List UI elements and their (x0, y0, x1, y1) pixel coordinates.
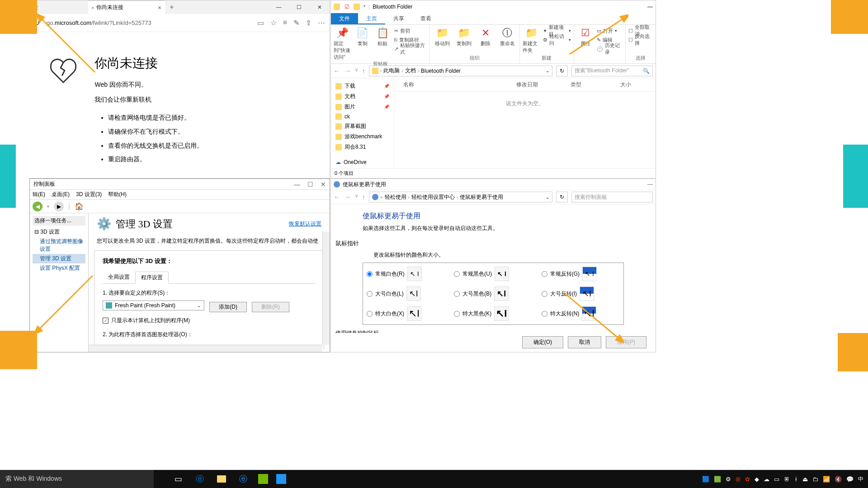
ribbon-tab-share[interactable]: 共享 (385, 13, 412, 24)
minimize-button[interactable]: — (647, 181, 653, 188)
radio-input[interactable] (454, 271, 460, 277)
subtab-program[interactable]: 程序设置 (135, 272, 169, 284)
tree-item[interactable]: ⊟ 3D 设置 (33, 227, 85, 237)
hub-icon[interactable]: ≡ (283, 19, 287, 27)
maximize-button[interactable]: ☐ (289, 0, 309, 14)
rename-button[interactable]: Ⓘ重命名 (498, 27, 517, 47)
maximize-button[interactable]: ☐ (307, 181, 313, 188)
breadcrumb-item[interactable]: 此电脑 (383, 67, 400, 75)
ribbon-tab-file[interactable]: 文件 (331, 13, 358, 24)
subtab-global[interactable]: 全局设置 (103, 272, 135, 283)
tray-icon[interactable]: ⚙ (726, 476, 731, 483)
path-dropdown-icon[interactable]: ⌄ (546, 68, 549, 73)
search-box[interactable]: 搜索控制面板 (571, 192, 653, 202)
tray-icon[interactable]: ◆ (755, 476, 759, 483)
radio-input[interactable] (454, 311, 460, 317)
properties-qat-icon[interactable]: ☑ (344, 4, 350, 10)
share-icon[interactable]: ⇪ (306, 19, 311, 27)
add-button[interactable]: 添加(D) (209, 302, 247, 312)
taskbar-search[interactable]: 索 Web 和 Windows (0, 470, 154, 488)
new-folder-qat-icon[interactable] (354, 4, 360, 10)
paste-button[interactable]: 📋粘贴 (374, 27, 392, 47)
recent-dropdown[interactable]: v (355, 193, 358, 201)
pointer-option[interactable]: 常规反转(G)↖ I (542, 267, 620, 281)
radio-input[interactable] (367, 271, 373, 277)
qat-dropdown-icon[interactable]: ▾ (363, 4, 366, 10)
column-header[interactable]: 类型 (571, 81, 620, 89)
volume-icon[interactable]: 🔇 (835, 476, 842, 483)
tree-item[interactable]: ☁OneDrive (333, 158, 392, 167)
checkbox-row[interactable]: ✓ 只显示本计算机上找到的程序(M) (103, 317, 316, 324)
radio-input[interactable] (542, 271, 547, 277)
newfolder-button[interactable]: 📁新建文件夹 (523, 27, 540, 54)
tree-item[interactable]: 下载📌 (333, 81, 392, 91)
scrollbar-horizontal[interactable] (89, 345, 322, 352)
column-header[interactable]: 大小 (620, 81, 631, 89)
pointer-option[interactable]: 大号白色(L)↖I (367, 286, 445, 301)
explorer-taskbar-icon[interactable] (211, 470, 232, 488)
menu-desktop[interactable]: 桌面(E) (52, 191, 70, 198)
new-tab-button[interactable]: + (165, 3, 179, 11)
tree-item[interactable]: 游戏benchmark (333, 131, 392, 142)
close-button[interactable]: ✕ (321, 181, 326, 188)
radio-input[interactable] (367, 291, 373, 297)
breadcrumb[interactable]: « 轻松使用› 轻松使用设置中心› 使鼠标更易于使用 ⌄ (369, 192, 552, 202)
webnote-icon[interactable]: ✎ (293, 19, 299, 27)
tray-icon[interactable]: ☁ (764, 476, 769, 483)
cut-button[interactable]: ✂剪切 (394, 27, 427, 35)
back-button[interactable]: ← (334, 193, 340, 201)
tray-icon[interactable]: ▭ (774, 476, 779, 483)
column-header[interactable]: 名称 (403, 81, 516, 89)
path-dropdown-icon[interactable]: ⌄ (546, 195, 549, 200)
app-taskbar-icon[interactable] (276, 474, 286, 484)
radio-input[interactable] (542, 311, 547, 317)
menu-help[interactable]: 帮助(H) (108, 191, 127, 198)
minimize-button[interactable]: — (294, 181, 300, 188)
tree-item[interactable]: 通过预览调整图像设置 (33, 237, 85, 254)
pointer-option[interactable]: 特大白色(X)↖I (367, 306, 445, 321)
pointer-option[interactable]: 特大黑色(K)↖I (454, 306, 532, 321)
forward-button[interactable]: → (344, 67, 351, 75)
pointer-option[interactable]: 常规黑色(U)↖ I (454, 267, 532, 281)
tray-icon[interactable]: ⊞ (736, 476, 741, 483)
paste-shortcut-button[interactable]: ↗粘贴快捷方式 (394, 45, 427, 53)
scrollbar-vertical[interactable] (322, 231, 330, 345)
back-dropdown[interactable]: ▾ (47, 204, 49, 209)
menu-edit[interactable]: 辑(E) (33, 191, 45, 198)
search-box[interactable]: 搜索"Bluetooth Folder" 🔍 (571, 66, 653, 76)
back-button[interactable]: ← (334, 67, 340, 75)
minimize-button[interactable]: — (269, 0, 289, 14)
up-button[interactable]: ↑ (362, 67, 365, 75)
favorite-icon[interactable]: ☆ (270, 19, 277, 27)
close-button[interactable]: ✕ (309, 0, 330, 14)
breadcrumb-item[interactable]: 轻松使用 (385, 193, 406, 201)
radio-input[interactable] (454, 291, 460, 297)
reading-view-icon[interactable]: ▭ (257, 19, 264, 27)
home-button[interactable]: 🏠 (75, 202, 84, 211)
up-button[interactable]: ↑ (362, 193, 365, 201)
pointer-option[interactable]: 常规白色(R)↖ I (367, 267, 445, 281)
ribbon-tab-view[interactable]: 查看 (412, 13, 439, 24)
close-tab-icon[interactable]: × (158, 4, 161, 11)
pointer-option[interactable]: 大号黑色(B)↖I (454, 286, 532, 301)
ie-taskbar-icon[interactable]: ⓔ (232, 470, 254, 488)
browser-tab-active[interactable]: ▫ 你尚未连接 × (88, 0, 165, 14)
edge-taskbar-icon[interactable]: ⓔ (189, 470, 211, 488)
moveto-button[interactable]: 📁移动到 (433, 27, 452, 47)
restore-defaults-link[interactable]: 恢复默认设置 (289, 220, 321, 228)
copyto-button[interactable]: 📁复制到 (454, 27, 473, 47)
copy-button[interactable]: 📄复制 (354, 27, 372, 47)
menu-3d[interactable]: 3D 设置(3) (76, 191, 102, 198)
breadcrumb-item[interactable]: 文档 (405, 67, 416, 75)
column-header[interactable]: 修改日期 (516, 81, 571, 89)
refresh-button[interactable]: ↻ (556, 66, 568, 76)
forward-button[interactable]: ▶ (54, 202, 64, 211)
breadcrumb-item[interactable]: Bluetooth Folder (421, 68, 461, 74)
forward-button[interactable]: → (344, 193, 351, 201)
action-center-icon[interactable]: 💬 (846, 476, 854, 483)
invertsel-button[interactable]: ☐反向选择 (628, 36, 653, 44)
breadcrumb[interactable]: › 此电脑› 文档› Bluetooth Folder ⌄ (369, 66, 552, 76)
bluetooth-icon[interactable]: ᚼ (794, 476, 798, 483)
tree-item[interactable]: 周会8.31 (333, 142, 392, 152)
battery-icon[interactable]: 🗀 (812, 476, 818, 483)
